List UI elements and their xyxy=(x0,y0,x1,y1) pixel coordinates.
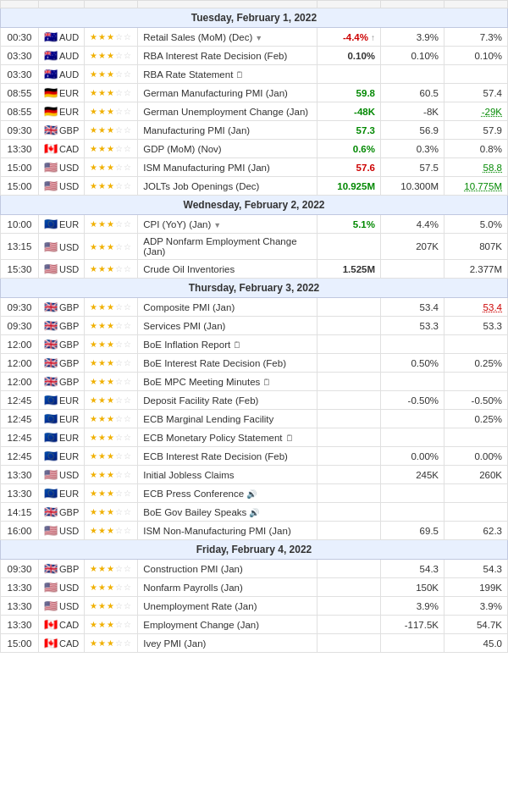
cell-actual xyxy=(318,616,381,634)
cell-time: 12:45 xyxy=(1,391,39,410)
cell-previous: 54.3 xyxy=(444,560,508,578)
previous-value: 5.0% xyxy=(480,219,502,229)
economic-calendar-table: Tuesday, February 1, 202200:30🇦🇺AUD★★★☆☆… xyxy=(0,0,508,653)
actual-value: 0.10% xyxy=(347,51,375,61)
cell-currency: 🇺🇸USD xyxy=(39,466,85,484)
cell-time: 13:30 xyxy=(1,616,39,634)
event-label: Employment Change (Jan) xyxy=(143,620,259,630)
importance-stars: ★★★☆☆ xyxy=(90,242,132,251)
cell-actual xyxy=(318,634,381,653)
cell-currency: 🇦🇺AUD xyxy=(39,65,85,84)
importance-stars: ★★★☆☆ xyxy=(90,51,132,60)
flag-icon: 🇺🇸 xyxy=(44,468,58,481)
cell-previous: -0.50% xyxy=(444,391,508,410)
importance-stars: ★★★☆☆ xyxy=(90,181,132,191)
cell-importance: ★★★☆☆ xyxy=(85,503,138,522)
event-label: Crude Oil Inventories xyxy=(143,264,235,274)
flag-icon: 🇬🇧 xyxy=(44,505,58,518)
flag-icon: 🇨🇦 xyxy=(44,618,58,631)
table-row: 09:30🇬🇧GBP★★★☆☆Manufacturing PMI (Jan)57… xyxy=(1,121,508,140)
table-row: 14:15🇬🇧GBP★★★☆☆BoE Gov Bailey Speaks🔊 xyxy=(1,503,508,522)
event-label: BoE Gov Bailey Speaks xyxy=(143,507,246,517)
cell-event: ECB Press Conference🔊 xyxy=(138,484,318,503)
cell-previous: 10.775M xyxy=(444,177,508,196)
cell-event: ECB Monetary Policy Statement🗒 xyxy=(138,428,318,447)
cell-importance: ★★★☆☆ xyxy=(85,391,138,410)
flag-icon: 🇪🇺 xyxy=(44,431,58,444)
cell-actual xyxy=(318,597,381,616)
cell-currency: 🇩🇪EUR xyxy=(39,102,85,121)
currency-label: EUR xyxy=(59,395,79,406)
table-row: 15:00🇺🇸USD★★★☆☆JOLTs Job Openings (Dec)1… xyxy=(1,177,508,196)
cell-actual: 57.6 xyxy=(318,158,381,177)
table-row: 13:30🇪🇺EUR★★★☆☆ECB Press Conference🔊 xyxy=(1,484,508,503)
cell-forecast: 69.5 xyxy=(381,522,444,540)
importance-stars: ★★★☆☆ xyxy=(90,583,132,592)
cell-event: BoE MPC Meeting Minutes🗒 xyxy=(138,373,318,391)
importance-stars: ★★★☆☆ xyxy=(90,69,132,79)
importance-stars: ★★★☆☆ xyxy=(90,219,132,229)
cell-previous: 807K xyxy=(444,234,508,260)
cell-actual xyxy=(318,373,381,391)
importance-stars: ★★★☆☆ xyxy=(90,302,132,312)
currency-label: USD xyxy=(59,181,79,191)
cell-forecast: 10.300M xyxy=(381,177,444,196)
flag-icon: 🇩🇪 xyxy=(44,86,58,99)
currency-label: USD xyxy=(59,242,79,252)
cell-importance: ★★★☆☆ xyxy=(85,234,138,260)
cell-currency: 🇺🇸USD xyxy=(39,522,85,540)
cell-previous: 199K xyxy=(444,578,508,597)
currency-label: USD xyxy=(59,601,79,611)
previous-value: 57.4 xyxy=(483,88,502,98)
previous-value: 10.775M xyxy=(464,181,502,191)
cell-time: 15:00 xyxy=(1,634,39,653)
forecast-value: 150K xyxy=(416,583,439,593)
cell-previous: 57.9 xyxy=(444,121,508,140)
cell-actual: -48K xyxy=(318,102,381,121)
previous-value: 54.3 xyxy=(483,564,502,574)
actual-value: 57.6 xyxy=(356,163,375,173)
event-label: ISM Non-Manufacturing PMI (Jan) xyxy=(143,526,290,536)
cell-previous xyxy=(444,65,508,84)
cell-importance: ★★★☆☆ xyxy=(85,373,138,391)
flag-icon: 🇺🇸 xyxy=(44,180,58,192)
previous-value: 0.00% xyxy=(474,451,502,461)
cell-forecast: 3.9% xyxy=(381,28,444,47)
cell-actual xyxy=(318,317,381,335)
flag-icon: 🇺🇸 xyxy=(44,524,58,537)
cell-time: 03:30 xyxy=(1,65,39,84)
event-label: Services PMI (Jan) xyxy=(143,321,225,331)
event-label: BoE Interest Rate Decision (Feb) xyxy=(143,358,286,368)
trend-down-icon: ▼ xyxy=(213,221,221,229)
cell-importance: ★★★☆☆ xyxy=(85,484,138,503)
cell-actual xyxy=(318,522,381,540)
currency-label: USD xyxy=(59,583,79,593)
header-previous xyxy=(444,1,508,8)
cell-time: 13:30 xyxy=(1,484,39,503)
table-row: 13:15🇺🇸USD★★★☆☆ADP Nonfarm Employment Ch… xyxy=(1,234,508,260)
cell-time: 13:30 xyxy=(1,578,39,597)
cell-event: ADP Nonfarm Employment Change (Jan) xyxy=(138,234,318,260)
cell-forecast xyxy=(381,65,444,84)
cell-time: 13:30 xyxy=(1,466,39,484)
importance-stars: ★★★☆☆ xyxy=(90,107,132,116)
forecast-value: 10.300M xyxy=(400,181,439,191)
cell-actual: 57.3 xyxy=(318,121,381,140)
cell-actual xyxy=(318,298,381,317)
flag-icon: 🇬🇧 xyxy=(44,562,58,575)
header-importance xyxy=(85,1,138,8)
cell-importance: ★★★☆☆ xyxy=(85,616,138,634)
currency-label: USD xyxy=(59,163,79,173)
cell-event: RBA Interest Rate Decision (Feb) xyxy=(138,47,318,65)
cell-event: Initial Jobless Claims xyxy=(138,466,318,484)
table-row: 15:00🇨🇦CAD★★★☆☆Ivey PMI (Jan)45.0 xyxy=(1,634,508,653)
table-row: 12:00🇬🇧GBP★★★☆☆BoE Interest Rate Decisio… xyxy=(1,354,508,373)
cell-actual xyxy=(318,410,381,428)
cell-forecast xyxy=(381,634,444,653)
cell-actual xyxy=(318,335,381,354)
event-label: RBA Rate Statement xyxy=(143,69,233,80)
section-header: Wednesday, February 2, 2022 xyxy=(1,196,508,215)
cell-actual: 10.925M xyxy=(318,177,381,196)
previous-value: 57.9 xyxy=(483,125,502,135)
table-row: 12:45🇪🇺EUR★★★☆☆ECB Marginal Lending Faci… xyxy=(1,410,508,428)
